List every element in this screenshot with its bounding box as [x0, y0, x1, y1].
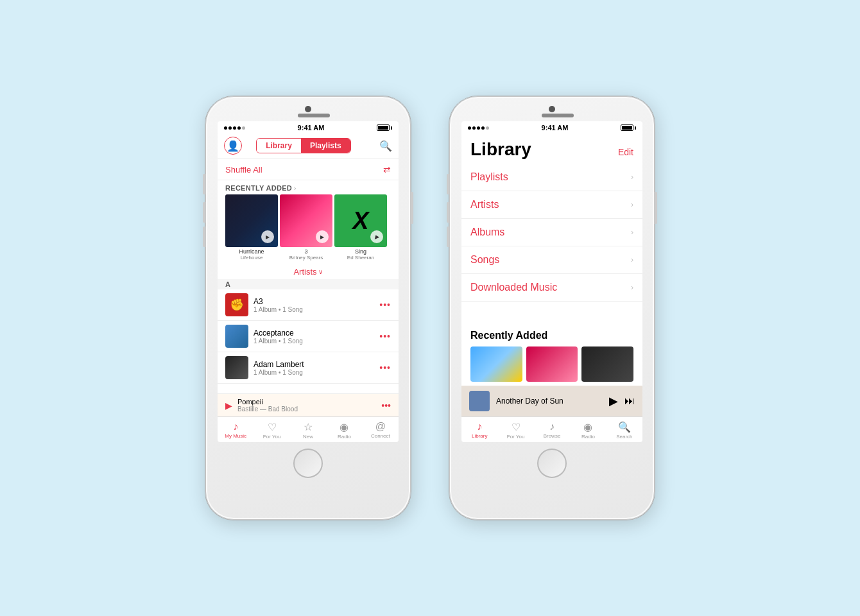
phone1-top	[206, 97, 410, 117]
artist-info-1: Acceptance 1 Album • 1 Song	[254, 329, 379, 345]
seg-library[interactable]: Library	[257, 139, 301, 153]
chevron-downloaded: ›	[631, 283, 633, 292]
library-item-artists[interactable]: Artists ›	[461, 191, 642, 219]
artists-row[interactable]: Artists ∨	[218, 264, 399, 279]
album-artist-3: Ed Sheeran	[334, 255, 387, 261]
mini-player-info: Pompeii Bastille — Bad Blood	[237, 398, 381, 413]
tab-my-music[interactable]: ♪ My Music	[218, 417, 254, 442]
library-item-albums[interactable]: Albums ›	[461, 219, 642, 246]
library-list: Playlists › Artists › Albums › Songs › D…	[461, 164, 642, 323]
connect-icon: @	[375, 421, 386, 432]
tab-for-you-2[interactable]: ♡ For You	[497, 417, 533, 442]
tab-label-radio: Radio	[338, 434, 351, 440]
signal-1	[224, 126, 245, 130]
ra-thumb-3[interactable]	[581, 346, 633, 382]
album-artist-2: Britney Spears	[280, 255, 332, 261]
album-thumb-3: X ▶	[334, 194, 387, 247]
home-button-1[interactable]	[293, 449, 323, 478]
ra-thumb-2[interactable]	[526, 346, 578, 382]
shuffle-label: Shuffle All	[225, 165, 262, 175]
signal-2	[468, 126, 489, 130]
chevron-albums: ›	[631, 228, 633, 237]
tab-browse[interactable]: ♪ Browse	[534, 417, 570, 442]
tab-label-new: New	[303, 434, 313, 440]
search-button-1[interactable]: 🔍	[379, 140, 392, 152]
more-dots-2[interactable]: •••	[379, 363, 391, 373]
artist-info-0: A3 1 Album • 1 Song	[254, 297, 379, 313]
artist-row-0[interactable]: ✊ A3 1 Album • 1 Song •••	[218, 289, 399, 321]
heart-icon-2: ♡	[512, 421, 520, 433]
avatar-icon[interactable]: 👤	[224, 137, 242, 155]
speaker-2	[542, 114, 574, 117]
np-play-icon[interactable]: ▶	[609, 394, 618, 408]
tab-label-connect: Connect	[371, 433, 390, 439]
tab-for-you[interactable]: ♡ For You	[254, 417, 289, 442]
phone2-screen: 9:41 AM Library Edit Playlists ›	[461, 121, 642, 442]
recently-added-label: RECENTLY ADDED	[225, 184, 292, 192]
speaker-1	[298, 114, 330, 117]
tab-radio-2[interactable]: ◉ Radio	[570, 417, 606, 442]
library-item-playlists[interactable]: Playlists ›	[461, 164, 642, 191]
album-thumbs-row-2	[470, 346, 633, 382]
album-title-3: Sing	[334, 248, 387, 255]
play-overlay-1[interactable]: ▶	[261, 230, 274, 243]
mini-player[interactable]: ▶ Pompeii Bastille — Bad Blood •••	[218, 393, 399, 416]
play-overlay-3[interactable]: ▶	[370, 230, 383, 243]
artists-label: Artists	[293, 267, 316, 277]
camera-1	[305, 106, 311, 112]
tab-bar-2: ♪ Library ♡ For You ♪ Browse ◉ Radio 🔍	[461, 416, 642, 442]
album-cell-3[interactable]: X ▶ Sing Ed Sheeran	[334, 194, 387, 261]
album-cell-1[interactable]: ▶ Hurricane Lifehouse	[225, 194, 278, 261]
mini-title: Pompeii	[237, 398, 381, 406]
battery-1	[377, 124, 392, 131]
tab-new[interactable]: ☆ New	[290, 417, 326, 442]
search-tab-icon: 🔍	[618, 421, 631, 433]
album-cell-2[interactable]: ▶ 3 Britney Spears	[280, 194, 332, 261]
radio-icon-1: ◉	[340, 421, 348, 433]
play-overlay-2[interactable]: ▶	[316, 230, 329, 243]
heart-icon-1: ♡	[268, 421, 277, 433]
tab-label-for-you: For You	[263, 434, 281, 440]
artist-img-2	[225, 356, 248, 379]
radio-icon-2: ◉	[583, 421, 592, 433]
chevron-artists: ›	[631, 200, 633, 209]
star-icon: ☆	[304, 421, 313, 433]
tab-library[interactable]: ♪ Library	[461, 417, 497, 442]
camera-2	[549, 106, 555, 112]
artist-name-1: Acceptance	[254, 329, 379, 338]
shuffle-row[interactable]: Shuffle All ⇄	[218, 159, 399, 180]
library-label-artists: Artists	[470, 199, 631, 210]
album-title-2: 3	[280, 248, 332, 255]
ra-thumb-1[interactable]	[470, 346, 522, 382]
artist-name-2: Adam Lambert	[254, 360, 379, 369]
tab-search[interactable]: 🔍 Search	[606, 417, 642, 442]
np-ff-icon[interactable]: ⏭	[624, 395, 635, 407]
segmented-control[interactable]: Library Playlists	[256, 138, 350, 153]
tab-radio[interactable]: ◉ Radio	[326, 417, 362, 442]
shuffle-icon: ⇄	[383, 164, 391, 175]
edit-button[interactable]: Edit	[618, 147, 633, 157]
tab-label-my-music: My Music	[225, 433, 246, 439]
artist-row-2[interactable]: Adam Lambert 1 Album • 1 Song •••	[218, 352, 399, 384]
more-dots-1[interactable]: •••	[379, 331, 391, 341]
tab-label-for-you-2: For You	[507, 434, 525, 440]
tab-label-library: Library	[472, 433, 487, 439]
home-button-2[interactable]	[537, 449, 567, 478]
now-playing-bar[interactable]: Another Day of Sun ▶ ⏭	[461, 386, 642, 416]
library-item-songs[interactable]: Songs ›	[461, 246, 642, 274]
recently-added-header[interactable]: RECENTLY ADDED ›	[218, 180, 399, 194]
seg-playlists[interactable]: Playlists	[301, 139, 350, 153]
artist-sub-1: 1 Album • 1 Song	[254, 338, 379, 345]
library-item-downloaded[interactable]: Downloaded Music ›	[461, 274, 642, 302]
mini-artist: Bastille — Bad Blood	[237, 406, 381, 413]
more-dots-0[interactable]: •••	[379, 300, 391, 310]
time-2: 9:41 AM	[542, 124, 569, 132]
mini-more-icon[interactable]: •••	[381, 400, 391, 411]
mini-play-icon[interactable]: ▶	[225, 400, 232, 411]
tab-connect[interactable]: @ Connect	[363, 417, 399, 442]
np-thumb	[469, 391, 490, 411]
artist-row-1[interactable]: Acceptance 1 Album • 1 Song •••	[218, 321, 399, 352]
library-tab-icon: ♪	[477, 421, 482, 432]
artist-sub-0: 1 Album • 1 Song	[254, 306, 379, 313]
letter-header-a: A	[218, 279, 399, 289]
